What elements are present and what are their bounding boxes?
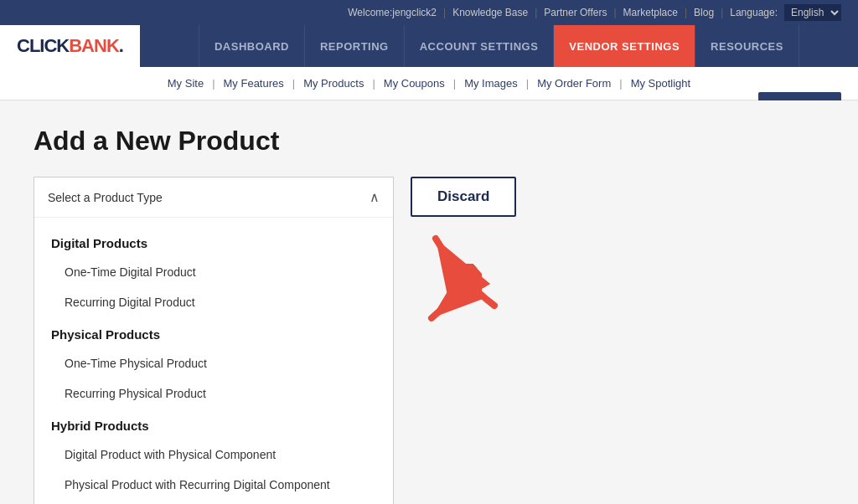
- logo-area: CLICKBANK.: [0, 25, 140, 67]
- welcome-text: Welcome:jengclick2: [348, 7, 437, 18]
- category-digital: Digital Products: [34, 226, 393, 257]
- subnav-my-order-form[interactable]: My Order Form: [529, 77, 619, 90]
- logo: CLICKBANK.: [17, 35, 123, 57]
- blog-link[interactable]: Blog: [694, 7, 714, 18]
- main-nav-bar: CLICKBANK. DASHBOARD REPORTING ACCOUNT S…: [0, 25, 858, 67]
- discard-button[interactable]: Discard: [411, 177, 516, 217]
- category-hybrid: Hybrid Products: [34, 409, 393, 440]
- nav-resources[interactable]: RESOURCES: [695, 25, 799, 67]
- option-recurring-digital[interactable]: Recurring Digital Product: [34, 287, 393, 317]
- marketplace-link[interactable]: Marketplace: [623, 7, 678, 18]
- option-digital-with-physical[interactable]: Digital Product with Physical Component: [34, 440, 393, 470]
- partner-offers-link[interactable]: Partner Offers: [544, 7, 607, 18]
- product-type-dropdown[interactable]: Select a Product Type ∧ Digital Products…: [34, 177, 394, 504]
- dropdown-header[interactable]: Select a Product Type ∧: [34, 177, 393, 218]
- subnav-my-spotlight[interactable]: My Spotlight: [623, 77, 700, 90]
- nav-reporting[interactable]: REPORTING: [305, 25, 405, 67]
- dropdown-label: Select a Product Type: [48, 191, 163, 204]
- product-form: Select a Product Type ∧ Digital Products…: [34, 177, 824, 504]
- option-physical-with-recurring-digital[interactable]: Physical Product with Recurring Digital …: [34, 470, 393, 500]
- sub-navigation: My Site | My Features | My Products | My…: [0, 67, 858, 100]
- main-navigation: DASHBOARD REPORTING ACCOUNT SETTINGS VEN…: [140, 25, 858, 67]
- main-content: Add a New Product Select a Product Type …: [0, 100, 858, 504]
- subnav-my-features[interactable]: My Features: [215, 77, 292, 90]
- nav-account-settings[interactable]: ACCOUNT SETTINGS: [405, 25, 555, 67]
- category-physical: Physical Products: [34, 317, 393, 348]
- option-one-time-digital[interactable]: One-Time Digital Product: [34, 257, 393, 287]
- utility-bar: Welcome:jengclick2 | Knowledge Base | Pa…: [0, 0, 858, 25]
- knowledge-base-link[interactable]: Knowledge Base: [452, 7, 528, 18]
- language-select[interactable]: English: [784, 4, 841, 21]
- nav-dashboard[interactable]: DASHBOARD: [199, 25, 305, 67]
- subnav-my-images[interactable]: My Images: [456, 77, 526, 90]
- subnav-my-site[interactable]: My Site: [159, 77, 212, 90]
- chevron-up-icon: ∧: [370, 189, 380, 205]
- main-nav-wrapper: CLICKBANK. DASHBOARD REPORTING ACCOUNT S…: [0, 25, 858, 100]
- language-label: Language:: [730, 7, 778, 18]
- option-recurring-physical[interactable]: Recurring Physical Product: [34, 378, 393, 409]
- subnav-my-products[interactable]: My Products: [295, 77, 372, 90]
- page-title: Add a New Product: [34, 126, 824, 157]
- nav-vendor-settings[interactable]: VENDOR SETTINGS: [554, 25, 695, 67]
- dropdown-list: Digital Products One-Time Digital Produc…: [34, 218, 393, 504]
- subnav-my-coupons[interactable]: My Coupons: [375, 77, 453, 90]
- option-one-time-physical[interactable]: One-Time Physical Product: [34, 348, 393, 378]
